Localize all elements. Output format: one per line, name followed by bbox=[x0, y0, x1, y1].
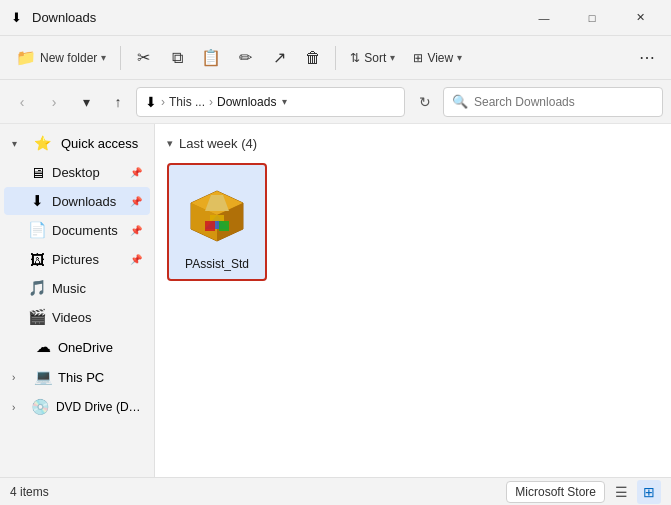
status-bar: 4 items Microsoft Store ☰ ⊞ bbox=[0, 477, 671, 505]
path-icon: ⬇ bbox=[145, 94, 157, 110]
address-path[interactable]: ⬇ › This ... › Downloads ▾ bbox=[136, 87, 405, 117]
file-item-passist[interactable]: PAssist_Std bbox=[167, 163, 267, 281]
forward-button[interactable]: › bbox=[40, 88, 68, 116]
dvd-icon: 💿 bbox=[32, 398, 50, 416]
app-icon: ⬇ bbox=[8, 10, 24, 26]
pin-icon-pictures: 📌 bbox=[130, 254, 142, 265]
dvd-section: › 💿 DVD Drive (D:) Cl... bbox=[0, 393, 154, 421]
onedrive-label: OneDrive bbox=[58, 340, 113, 355]
thispc-label: This PC bbox=[58, 370, 104, 385]
new-folder-button[interactable]: 📁 New folder ▾ bbox=[8, 42, 114, 74]
up-button[interactable]: ↑ bbox=[104, 88, 132, 116]
quick-access-header[interactable]: ▾ ⭐ Quick access bbox=[4, 129, 150, 157]
onedrive-section: ▾ ☁ OneDrive bbox=[0, 333, 154, 361]
close-button[interactable]: ✕ bbox=[617, 2, 663, 34]
back-button[interactable]: ‹ bbox=[8, 88, 36, 116]
recent-locations-button[interactable]: ▾ bbox=[72, 88, 100, 116]
list-view-button[interactable]: ☰ bbox=[609, 480, 633, 504]
quick-access-star-icon: ⭐ bbox=[34, 135, 51, 151]
path-dropdown-icon: ▾ bbox=[282, 96, 287, 107]
window-title: Downloads bbox=[32, 10, 521, 25]
onedrive-expand-icon: ▾ bbox=[12, 342, 24, 353]
onedrive-icon: ☁ bbox=[34, 338, 52, 356]
more-options-button[interactable]: ⋯ bbox=[631, 42, 663, 74]
minimize-button[interactable]: — bbox=[521, 2, 567, 34]
maximize-button[interactable]: □ bbox=[569, 2, 615, 34]
dvd-label: DVD Drive (D:) Cl... bbox=[56, 400, 142, 414]
sidebar: ▾ ⭐ Quick access 🖥 Desktop 📌 ⬇ Downloads… bbox=[0, 124, 155, 477]
sort-icon: ⇅ bbox=[350, 51, 360, 65]
sidebar-item-thispc[interactable]: › 💻 This PC bbox=[4, 363, 150, 391]
sort-dropdown-icon: ▾ bbox=[390, 52, 395, 63]
sort-button[interactable]: ⇅ Sort ▾ bbox=[342, 42, 403, 74]
sidebar-item-videos[interactable]: 🎬 Videos bbox=[4, 303, 150, 331]
search-input[interactable] bbox=[474, 95, 654, 109]
sidebar-item-downloads[interactable]: ⬇ Downloads 📌 bbox=[4, 187, 150, 215]
main-layout: ▾ ⭐ Quick access 🖥 Desktop 📌 ⬇ Downloads… bbox=[0, 124, 671, 477]
path-crumb-1: This ... bbox=[169, 95, 205, 109]
content-area: ▾ Last week (4) bbox=[155, 124, 671, 477]
file-thumbnail-passist bbox=[177, 173, 257, 253]
new-folder-icon: 📁 bbox=[16, 48, 36, 67]
sidebar-item-documents[interactable]: 📄 Documents 📌 bbox=[4, 216, 150, 244]
window-controls: — □ ✕ bbox=[521, 2, 663, 34]
status-right: Microsoft Store ☰ ⊞ bbox=[506, 480, 661, 504]
sort-label: Sort bbox=[364, 51, 386, 65]
section-chevron-icon: ▾ bbox=[167, 137, 173, 150]
refresh-button[interactable]: ↻ bbox=[411, 88, 439, 116]
path-sep-1: › bbox=[209, 95, 213, 109]
pin-icon-documents: 📌 bbox=[130, 225, 142, 236]
view-dropdown-icon: ▾ bbox=[457, 52, 462, 63]
status-count: 4 items bbox=[10, 485, 49, 499]
view-icon: ⊞ bbox=[413, 51, 423, 65]
downloads-icon: ⬇ bbox=[28, 192, 46, 210]
pin-icon-downloads: 📌 bbox=[130, 196, 142, 207]
paste-button[interactable]: 📋 bbox=[195, 42, 227, 74]
quick-access-section: ▾ ⭐ Quick access 🖥 Desktop 📌 ⬇ Downloads… bbox=[0, 129, 154, 331]
videos-icon: 🎬 bbox=[28, 308, 46, 326]
documents-icon: 📄 bbox=[28, 221, 46, 239]
path-sep-arrow: › bbox=[161, 95, 165, 109]
cut-button[interactable]: ✂ bbox=[127, 42, 159, 74]
new-folder-dropdown-icon: ▾ bbox=[101, 52, 106, 63]
sidebar-item-onedrive[interactable]: ▾ ☁ OneDrive bbox=[4, 333, 150, 361]
quick-access-chevron: ▾ bbox=[12, 138, 24, 149]
svg-rect-7 bbox=[219, 221, 229, 231]
svg-rect-6 bbox=[205, 221, 215, 231]
section-label: Last week (4) bbox=[179, 136, 257, 151]
path-current: Downloads bbox=[217, 95, 276, 109]
delete-button[interactable]: 🗑 bbox=[297, 42, 329, 74]
address-bar: ‹ › ▾ ↑ ⬇ › This ... › Downloads ▾ ↻ 🔍 bbox=[0, 80, 671, 124]
new-folder-label: New folder bbox=[40, 51, 97, 65]
rename-button[interactable]: ✏ bbox=[229, 42, 261, 74]
svg-rect-8 bbox=[210, 215, 224, 221]
pictures-icon: 🖼 bbox=[28, 250, 46, 268]
grid-view-button[interactable]: ⊞ bbox=[637, 480, 661, 504]
sidebar-item-desktop[interactable]: 🖥 Desktop 📌 bbox=[4, 158, 150, 186]
view-label: View bbox=[427, 51, 453, 65]
file-grid: PAssist_Std bbox=[155, 159, 671, 285]
title-bar: ⬇ Downloads — □ ✕ bbox=[0, 0, 671, 36]
sidebar-item-pictures[interactable]: 🖼 Pictures 📌 bbox=[4, 245, 150, 273]
desktop-icon: 🖥 bbox=[28, 163, 46, 181]
quick-access-label: Quick access bbox=[61, 136, 138, 151]
microsoft-store-button[interactable]: Microsoft Store bbox=[506, 481, 605, 503]
sidebar-item-dvd[interactable]: › 💿 DVD Drive (D:) Cl... bbox=[4, 393, 150, 421]
sidebar-item-music[interactable]: 🎵 Music bbox=[4, 274, 150, 302]
toolbar: 📁 New folder ▾ ✂ ⧉ 📋 ✏ ↗ 🗑 ⇅ Sort ▾ ⊞ Vi… bbox=[0, 36, 671, 80]
share-button[interactable]: ↗ bbox=[263, 42, 295, 74]
view-button[interactable]: ⊞ View ▾ bbox=[405, 42, 470, 74]
thispc-expand-icon: › bbox=[12, 372, 24, 383]
file-name-passist: PAssist_Std bbox=[185, 257, 249, 271]
thispc-section: › 💻 This PC bbox=[0, 363, 154, 391]
dvd-expand-icon: › bbox=[12, 402, 22, 413]
music-icon: 🎵 bbox=[28, 279, 46, 297]
separator-1 bbox=[120, 46, 121, 70]
copy-button[interactable]: ⧉ bbox=[161, 42, 193, 74]
separator-2 bbox=[335, 46, 336, 70]
section-header[interactable]: ▾ Last week (4) bbox=[155, 132, 671, 159]
passist-icon-svg bbox=[181, 177, 253, 249]
thispc-icon: 💻 bbox=[34, 368, 52, 386]
pin-icon-desktop: 📌 bbox=[130, 167, 142, 178]
search-box[interactable]: 🔍 bbox=[443, 87, 663, 117]
